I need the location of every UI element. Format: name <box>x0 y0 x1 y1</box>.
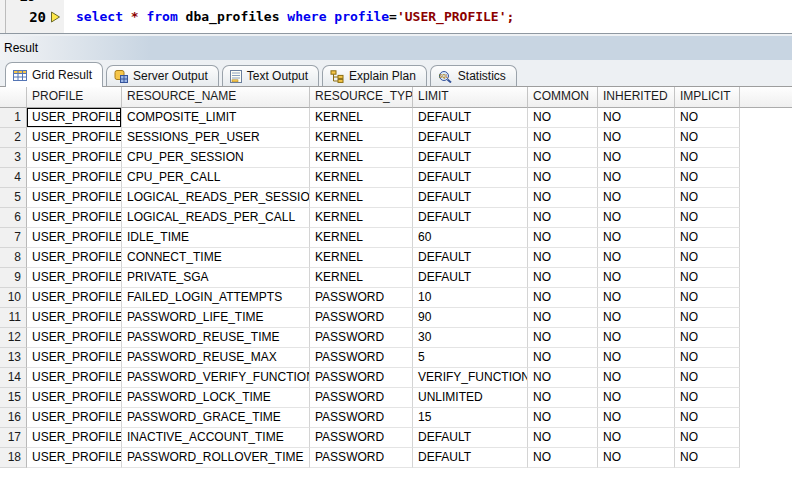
column-header-implicit[interactable]: IMPLICIT <box>675 87 740 108</box>
table-cell[interactable]: NO <box>675 168 740 188</box>
table-cell[interactable]: NO <box>675 248 740 268</box>
table-cell[interactable]: USER_PROFILE <box>27 448 122 468</box>
table-cell[interactable]: KERNEL <box>310 208 413 228</box>
table-cell[interactable]: USER_PROFILE <box>27 368 122 388</box>
table-cell[interactable]: USER_PROFILE <box>27 268 122 288</box>
table-cell[interactable]: NO <box>675 428 740 448</box>
table-cell[interactable]: IDLE_TIME <box>122 228 310 248</box>
table-cell[interactable]: NO <box>528 288 598 308</box>
table-cell[interactable]: DEFAULT <box>413 108 528 128</box>
table-cell[interactable]: USER_PROFILE <box>27 388 122 408</box>
table-cell[interactable]: NO <box>598 388 675 408</box>
table-cell[interactable]: NO <box>528 188 598 208</box>
table-cell[interactable]: NO <box>675 308 740 328</box>
table-cell[interactable]: KERNEL <box>310 268 413 288</box>
table-cell[interactable]: NO <box>528 308 598 328</box>
table-cell[interactable]: NO <box>598 188 675 208</box>
table-cell[interactable]: USER_PROFILE <box>27 428 122 448</box>
row-number[interactable]: 16 <box>0 408 27 428</box>
table-cell[interactable]: NO <box>528 368 598 388</box>
table-cell[interactable]: LOGICAL_READS_PER_SESSION <box>122 188 310 208</box>
row-number[interactable]: 2 <box>0 128 27 148</box>
table-cell[interactable]: PASSWORD_ROLLOVER_TIME <box>122 448 310 468</box>
table-cell[interactable]: PASSWORD_LOCK_TIME <box>122 388 310 408</box>
table-cell[interactable]: PASSWORD_REUSE_TIME <box>122 328 310 348</box>
table-cell[interactable]: NO <box>675 348 740 368</box>
table-cell[interactable]: NO <box>598 288 675 308</box>
table-cell[interactable]: NO <box>598 208 675 228</box>
table-cell[interactable]: NO <box>528 148 598 168</box>
table-cell[interactable]: USER_PROFILE <box>27 248 122 268</box>
table-cell[interactable]: 5 <box>413 348 528 368</box>
table-cell[interactable]: NO <box>528 328 598 348</box>
table-cell[interactable]: DEFAULT <box>413 188 528 208</box>
tab-text-output[interactable]: Text Output <box>222 65 319 86</box>
row-number[interactable]: 1 <box>0 108 27 128</box>
table-cell[interactable]: USER_PROFILE <box>27 168 122 188</box>
table-cell[interactable]: NO <box>598 228 675 248</box>
table-cell[interactable]: NO <box>675 288 740 308</box>
tab-grid-result[interactable]: Grid Result <box>5 62 103 87</box>
table-cell[interactable]: DEFAULT <box>413 128 528 148</box>
table-cell[interactable]: NO <box>675 208 740 228</box>
row-number[interactable]: 7 <box>0 228 27 248</box>
table-cell[interactable]: 30 <box>413 328 528 348</box>
table-cell[interactable]: PASSWORD <box>310 308 413 328</box>
table-cell[interactable]: NO <box>675 368 740 388</box>
table-cell[interactable]: 90 <box>413 308 528 328</box>
table-cell[interactable]: NO <box>598 308 675 328</box>
table-cell[interactable]: NO <box>675 328 740 348</box>
table-cell[interactable]: UNLIMITED <box>413 388 528 408</box>
table-cell[interactable]: USER_PROFILE <box>27 288 122 308</box>
table-cell[interactable]: PASSWORD <box>310 288 413 308</box>
table-cell[interactable]: NO <box>598 428 675 448</box>
table-cell[interactable]: DEFAULT <box>413 448 528 468</box>
table-cell[interactable]: NO <box>675 408 740 428</box>
column-header-resource_type[interactable]: RESOURCE_TYPE <box>310 87 413 108</box>
row-number[interactable]: 13 <box>0 348 27 368</box>
table-cell[interactable]: NO <box>598 168 675 188</box>
table-cell[interactable]: PASSWORD <box>310 428 413 448</box>
table-cell[interactable]: NO <box>675 148 740 168</box>
table-cell[interactable]: NO <box>598 348 675 368</box>
column-header-resource_name[interactable]: RESOURCE_NAME <box>122 87 310 108</box>
table-cell[interactable]: PASSWORD <box>310 448 413 468</box>
table-cell[interactable]: PASSWORD_VERIFY_FUNCTION <box>122 368 310 388</box>
table-cell[interactable]: NO <box>675 228 740 248</box>
column-header-profile[interactable]: PROFILE <box>27 87 122 108</box>
row-number-header[interactable] <box>0 87 27 108</box>
table-cell[interactable]: KERNEL <box>310 128 413 148</box>
column-header-inherited[interactable]: INHERITED <box>598 87 675 108</box>
row-number[interactable]: 8 <box>0 248 27 268</box>
row-number[interactable]: 18 <box>0 448 27 468</box>
tab-statistics[interactable]: SQL Statistics <box>430 65 517 86</box>
tab-explain-plan[interactable]: Explain Plan <box>322 65 427 86</box>
table-cell[interactable]: PRIVATE_SGA <box>122 268 310 288</box>
table-cell[interactable]: NO <box>598 128 675 148</box>
table-cell[interactable]: PASSWORD_LIFE_TIME <box>122 308 310 328</box>
table-cell[interactable]: USER_PROFILE <box>27 128 122 148</box>
table-cell[interactable]: DEFAULT <box>413 248 528 268</box>
table-cell[interactable]: 15 <box>413 408 528 428</box>
table-cell[interactable]: KERNEL <box>310 168 413 188</box>
table-cell[interactable]: NO <box>675 268 740 288</box>
row-number[interactable]: 17 <box>0 428 27 448</box>
table-cell[interactable]: CPU_PER_SESSION <box>122 148 310 168</box>
table-cell[interactable]: 10 <box>413 288 528 308</box>
table-cell[interactable]: NO <box>675 128 740 148</box>
table-cell[interactable]: NO <box>528 248 598 268</box>
table-cell[interactable]: NO <box>598 408 675 428</box>
table-cell[interactable]: DEFAULT <box>413 268 528 288</box>
table-cell[interactable]: NO <box>675 448 740 468</box>
table-cell[interactable]: DEFAULT <box>413 208 528 228</box>
table-cell[interactable]: CONNECT_TIME <box>122 248 310 268</box>
table-cell[interactable]: NO <box>528 228 598 248</box>
table-cell[interactable]: PASSWORD <box>310 388 413 408</box>
row-number[interactable]: 3 <box>0 148 27 168</box>
row-number[interactable]: 12 <box>0 328 27 348</box>
table-cell[interactable]: COMPOSITE_LIMIT <box>122 108 310 128</box>
table-cell[interactable]: NO <box>528 208 598 228</box>
table-cell[interactable]: NO <box>598 328 675 348</box>
tab-server-output[interactable]: Server Output <box>106 65 219 86</box>
table-cell[interactable]: USER_PROFILE <box>27 408 122 428</box>
